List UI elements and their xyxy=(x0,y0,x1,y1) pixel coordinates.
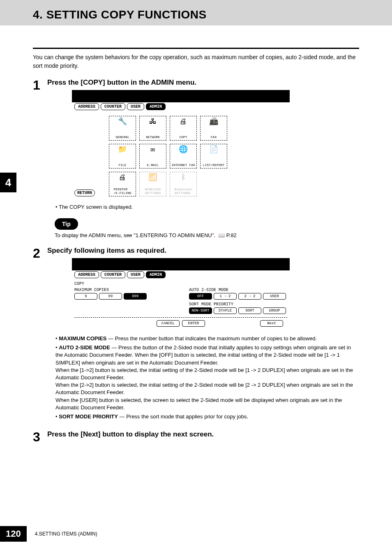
footer-text: 4.SETTING ITEMS (ADMIN) xyxy=(35,531,97,537)
copy-section-label: COPY xyxy=(74,282,287,286)
admin-bluetooth-button: ᛒBluetooth SETTINGS xyxy=(170,172,197,196)
admin-general-button[interactable]: 🔧GENERAL xyxy=(109,116,136,141)
page-footer: 120 4.SETTING ITEMS (ADMIN) xyxy=(0,526,97,542)
tab-address-2[interactable]: ADDRESS xyxy=(74,271,99,278)
admin-listreport-button[interactable]: 📄LIST/REPORT xyxy=(200,144,227,169)
admin-fax-button[interactable]: 📠FAX xyxy=(200,116,227,141)
wrench-icon: 🔧 xyxy=(118,118,127,127)
bluetooth-icon: ᛒ xyxy=(181,173,186,182)
book-icon: 📖 xyxy=(218,232,225,238)
tip-text: To display the ADMIN menu, see "1.ENTERI… xyxy=(55,232,359,238)
max-copies-label: MAXIMUM COPIES xyxy=(74,288,173,292)
max-copies-999[interactable]: 999 xyxy=(124,293,147,300)
chapter-header: 4. SETTING COPY FUNCTIONS xyxy=(0,0,392,25)
return-button[interactable]: RETURN xyxy=(74,189,95,196)
file-icon: 📁 xyxy=(118,145,127,155)
printer-icon: 🖨 xyxy=(119,173,126,182)
sortmode-group[interactable]: GROUP xyxy=(263,307,286,314)
tab-user-2[interactable]: USER xyxy=(127,271,144,278)
intro-text: You can change the system behaviors for … xyxy=(33,48,359,70)
sortmode-nonsort[interactable]: NON-SORT xyxy=(189,307,212,314)
auto2side-user[interactable]: USER xyxy=(263,293,286,300)
page-number: 120 xyxy=(0,526,27,542)
admin-menu-screenshot: ADDRESS COUNTER USER ADMIN 🔧GENERAL 🖧NET… xyxy=(72,90,290,201)
auto2side-1to2[interactable]: 1 → 2 xyxy=(214,293,237,300)
max-copies-99[interactable]: 99 xyxy=(99,293,122,300)
globe-icon: 🌐 xyxy=(179,145,188,155)
admin-network-button[interactable]: 🖧NETWORK xyxy=(139,116,166,141)
network-icon: 🖧 xyxy=(149,118,157,127)
admin-email-button[interactable]: ✉E-MAIL xyxy=(139,144,166,169)
admin-printer-button[interactable]: 🖨PRINTER /E-FILING xyxy=(109,172,136,196)
admin-internetfax-button[interactable]: 🌐INTERNET FAX xyxy=(170,144,197,169)
sortmode-staple[interactable]: STAPLE xyxy=(214,307,237,314)
auto2side-2to2[interactable]: 2 → 2 xyxy=(238,293,261,300)
tab-admin[interactable]: ADMIN xyxy=(146,103,166,110)
tip-badge: Tip xyxy=(55,218,78,230)
settings-description: MAXIMUM COPIES — Press the number button… xyxy=(55,335,359,420)
step-2-title: Specify following items as required. xyxy=(47,247,359,255)
sortmode-sort[interactable]: SORT xyxy=(238,307,261,314)
sort-mode-label: SORT MODE PRIORITY xyxy=(189,302,287,307)
step-3-number: 3 xyxy=(33,430,43,443)
fax-icon: 📠 xyxy=(209,118,218,127)
auto-2side-label: AUTO 2-SIDE MODE xyxy=(189,288,287,292)
side-chapter-tab: 4 xyxy=(0,173,16,192)
wireless-icon: 📶 xyxy=(148,173,157,182)
list-icon: 📄 xyxy=(209,145,218,155)
next-button[interactable]: Next xyxy=(260,320,283,327)
step-3-title: Press the [Next] button to display the n… xyxy=(47,430,359,439)
cancel-button[interactable]: CANCEL xyxy=(157,320,180,327)
auto2side-off[interactable]: OFF xyxy=(189,293,212,300)
copy-settings-screenshot: ADDRESS COUNTER USER ADMIN COPY MAXIMUM … xyxy=(72,258,290,332)
tab-address[interactable]: ADDRESS xyxy=(74,103,99,110)
admin-wireless-button: 📶WIRELESS SETTINGS xyxy=(139,172,166,196)
step-1-title: Press the [COPY] button in the ADMIN men… xyxy=(47,78,359,87)
enter-button[interactable]: ENTER xyxy=(182,320,205,327)
tab-counter[interactable]: COUNTER xyxy=(101,103,125,110)
admin-copy-button[interactable]: 🖨COPY xyxy=(170,116,197,141)
max-copies-9[interactable]: 9 xyxy=(74,293,97,300)
step-1-note: The COPY screen is displayed. xyxy=(55,204,359,210)
tab-counter-2[interactable]: COUNTER xyxy=(101,271,125,278)
tab-admin-2[interactable]: ADMIN xyxy=(146,271,166,278)
step-2-number: 2 xyxy=(33,247,43,422)
step-1-number: 1 xyxy=(33,78,43,238)
email-icon: ✉ xyxy=(151,145,155,155)
chapter-title: 4. SETTING COPY FUNCTIONS xyxy=(33,8,392,21)
admin-file-button[interactable]: 📁FILE xyxy=(109,144,136,169)
tab-user[interactable]: USER xyxy=(127,103,144,110)
copy-icon: 🖨 xyxy=(180,118,187,127)
